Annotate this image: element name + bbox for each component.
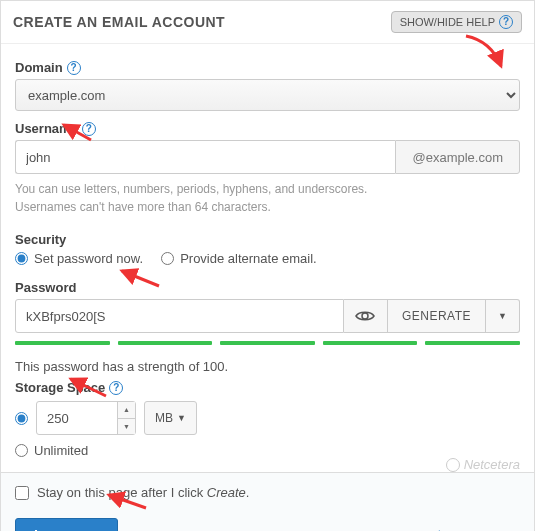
panel-footer: Stay on this page after I click Create. … — [1, 472, 534, 531]
storage-label-text: Storage Space — [15, 380, 105, 395]
reveal-password-button[interactable] — [344, 299, 388, 333]
stay-on-page-label: Stay on this page after I click Create. — [37, 485, 249, 500]
storage-row-unlimited[interactable]: Unlimited — [15, 443, 520, 458]
domain-select[interactable]: example.com — [15, 79, 520, 111]
storage-spinner: ▲ ▼ — [117, 402, 135, 434]
generate-password-button[interactable]: GENERATE — [388, 299, 486, 333]
help-button-label: SHOW/HIDE HELP — [400, 16, 495, 28]
storage-input-wrap: ▲ ▼ — [36, 401, 136, 435]
domain-label: Domain ? — [15, 60, 520, 75]
show-hide-help-button[interactable]: SHOW/HIDE HELP ? — [391, 11, 522, 33]
radio-label: Unlimited — [34, 443, 88, 458]
security-set-password-option[interactable]: Set password now. — [15, 251, 143, 266]
radio-storage-unlimited[interactable] — [15, 444, 28, 457]
storage-label: Storage Space ? — [15, 380, 520, 395]
radio-storage-custom[interactable] — [15, 412, 28, 425]
spinner-down-button[interactable]: ▼ — [118, 419, 135, 435]
panel-body: Domain ? example.com Username ? @example… — [1, 44, 534, 472]
go-back-label: GO BACK — [455, 528, 520, 532]
storage-unit-dropdown[interactable]: MB ▼ — [144, 401, 197, 435]
username-label-text: Username — [15, 121, 78, 136]
password-label: Password — [15, 280, 520, 295]
eye-icon — [355, 309, 375, 323]
globe-icon — [446, 458, 460, 472]
svg-point-0 — [362, 313, 368, 319]
caret-down-icon: ▼ — [498, 311, 507, 321]
username-label: Username ? — [15, 121, 520, 136]
username-input[interactable] — [15, 140, 395, 174]
create-button-label: CREATE — [48, 528, 103, 532]
radio-label: Provide alternate email. — [180, 251, 317, 266]
hint-line: You can use letters, numbers, periods, h… — [15, 180, 520, 198]
password-strength-text: This password has a strength of 100. — [15, 359, 520, 374]
stay-on-page-option[interactable]: Stay on this page after I click Create. — [15, 485, 520, 500]
netcetera-watermark: Netcetera — [446, 457, 520, 472]
footer-actions: CREATE GO BACK — [15, 518, 520, 531]
radio-label: Set password now. — [34, 251, 143, 266]
radio-alternate-email[interactable] — [161, 252, 174, 265]
go-back-link[interactable]: GO BACK — [435, 528, 520, 532]
text: . — [246, 485, 250, 500]
create-button[interactable]: CREATE — [15, 518, 118, 531]
question-circle-icon: ? — [499, 15, 513, 29]
create-email-panel: CREATE AN EMAIL ACCOUNT SHOW/HIDE HELP ?… — [0, 0, 535, 531]
question-circle-icon[interactable]: ? — [109, 381, 123, 395]
password-strength-bar — [15, 341, 520, 345]
text: Stay on this page after I click — [37, 485, 207, 500]
question-circle-icon[interactable]: ? — [82, 122, 96, 136]
password-input[interactable] — [15, 299, 344, 333]
security-alternate-email-option[interactable]: Provide alternate email. — [161, 251, 317, 266]
stay-on-page-checkbox[interactable] — [15, 486, 29, 500]
storage-row-custom: ▲ ▼ MB ▼ — [15, 401, 520, 435]
username-domain-addon: @example.com — [395, 140, 520, 174]
question-circle-icon[interactable]: ? — [67, 61, 81, 75]
watermark-text: Netcetera — [464, 457, 520, 472]
caret-down-icon: ▼ — [177, 413, 186, 423]
username-group: @example.com — [15, 140, 520, 174]
unit-label: MB — [155, 411, 173, 425]
password-options-dropdown[interactable]: ▼ — [486, 299, 520, 333]
password-row: GENERATE ▼ — [15, 299, 520, 333]
spinner-up-button[interactable]: ▲ — [118, 402, 135, 419]
hint-line: Usernames can't have more than 64 charac… — [15, 198, 520, 216]
text-em: Create — [207, 485, 246, 500]
radio-set-password[interactable] — [15, 252, 28, 265]
security-options: Set password now. Provide alternate emai… — [15, 251, 520, 266]
panel-title: CREATE AN EMAIL ACCOUNT — [13, 14, 225, 30]
security-label: Security — [15, 232, 520, 247]
domain-label-text: Domain — [15, 60, 63, 75]
username-hint: You can use letters, numbers, periods, h… — [15, 180, 520, 216]
panel-header: CREATE AN EMAIL ACCOUNT SHOW/HIDE HELP ? — [1, 1, 534, 44]
